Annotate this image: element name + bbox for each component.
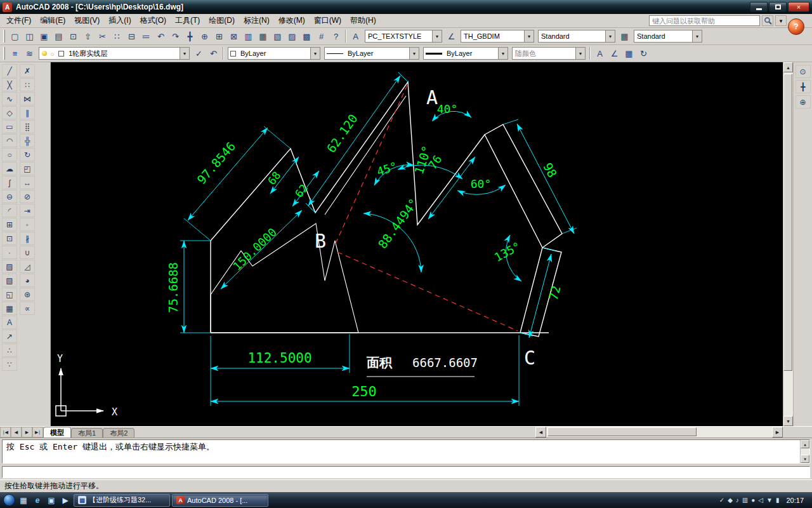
menu-item-8[interactable]: 修改(M) xyxy=(274,13,310,28)
copy-object-icon[interactable]: ∷ xyxy=(20,78,35,91)
vertex-label-a[interactable]: A xyxy=(426,86,438,109)
redo-icon[interactable]: ↷ xyxy=(168,29,183,43)
layer-states-manager-icon[interactable]: ≋ xyxy=(22,46,37,60)
lineweight-combo[interactable]: ByLayer ▾ xyxy=(423,47,508,60)
file-explorer-icon[interactable]: ▣ xyxy=(45,494,58,507)
stretch-icon[interactable]: ↔ xyxy=(20,176,35,189)
gradient-icon[interactable]: ▧ xyxy=(2,274,17,287)
zoom-realtime-icon[interactable]: ⊕ xyxy=(197,29,212,43)
match-properties-icon[interactable]: ≔ xyxy=(139,29,154,43)
scroll-down-icon[interactable]: ▼ xyxy=(801,455,809,463)
dim-text-62[interactable]: 62 xyxy=(292,182,310,199)
menu-item-4[interactable]: 格式(O) xyxy=(136,13,171,28)
chevron-down-icon[interactable]: ▾ xyxy=(409,48,419,59)
horizontal-scrollbar[interactable]: ◀ ▶ xyxy=(535,427,783,438)
table-style-manager-icon[interactable]: ▦ xyxy=(617,29,632,43)
table-style-quick-icon[interactable]: ▦ xyxy=(622,46,636,60)
vertex-label-c[interactable]: C xyxy=(524,347,535,369)
sheet-set-manager-icon[interactable]: ▨ xyxy=(285,29,299,43)
rotate-icon[interactable]: ↻ xyxy=(20,148,35,161)
scroll-down-icon[interactable]: ▼ xyxy=(783,416,793,426)
dim-text-68[interactable]: 68 xyxy=(265,169,283,187)
markup-set-manager-icon[interactable]: ▩ xyxy=(299,29,314,43)
dim-text-45deg[interactable]: 45° xyxy=(375,159,398,178)
restore-button[interactable] xyxy=(769,2,787,12)
text-style-manager-icon[interactable]: A xyxy=(348,29,363,43)
dim-text-98[interactable]: 98 xyxy=(540,160,560,180)
lengthen-icon[interactable]: ∝ xyxy=(20,302,35,315)
undo-icon[interactable]: ↶ xyxy=(154,29,168,43)
media-player-icon[interactable]: ▶ xyxy=(59,494,72,507)
chevron-down-icon[interactable]: ▾ xyxy=(575,48,585,59)
dim-text-112[interactable]: 112.5000 xyxy=(247,351,311,366)
polyline-icon[interactable]: ∿ xyxy=(2,92,17,105)
hatched-region[interactable] xyxy=(211,224,358,333)
region-icon[interactable]: ◱ xyxy=(2,288,17,301)
line-icon[interactable]: ╱ xyxy=(2,64,17,77)
quickcalc-icon[interactable]: # xyxy=(314,29,329,43)
revision-cloud-icon[interactable]: ☁ xyxy=(2,162,17,175)
insert-block-icon[interactable]: ⊞ xyxy=(2,218,17,231)
dim-text-40deg[interactable]: 40° xyxy=(437,102,458,116)
layer-thaw-icon[interactable]: ☼ xyxy=(49,50,55,57)
scroll-up-icon[interactable]: ▲ xyxy=(783,62,793,72)
chevron-down-icon[interactable]: ▾ xyxy=(310,48,320,59)
layer-on-icon[interactable] xyxy=(42,51,47,56)
tab-model[interactable]: 模型 xyxy=(43,427,71,438)
fillet-icon[interactable]: ◕ xyxy=(20,274,35,287)
communication-center-icon[interactable]: ? xyxy=(788,18,804,35)
layer-combo[interactable]: ☼ 1轮廓实线层 ▾ xyxy=(39,47,190,60)
plot-icon[interactable]: ▤ xyxy=(51,29,66,43)
properties-icon[interactable]: ▥ xyxy=(241,29,256,43)
start-button[interactable] xyxy=(3,494,15,506)
dim-text-150[interactable]: 150.0000 xyxy=(230,225,279,273)
qnew-icon[interactable]: ▢ xyxy=(8,29,22,43)
explode-icon[interactable]: ⊛ xyxy=(20,288,35,301)
tray-security-icon[interactable]: ● xyxy=(751,497,755,504)
help-icon[interactable]: ? xyxy=(329,29,343,43)
menu-item-0[interactable]: 文件(F) xyxy=(2,13,36,28)
toolbar-grip[interactable] xyxy=(3,47,5,60)
linetype-combo[interactable]: ByLayer ▾ xyxy=(324,47,419,60)
dim-text-135deg[interactable]: 135° xyxy=(492,239,523,264)
hatch-icon[interactable]: ▨ xyxy=(2,260,17,273)
mirror-icon[interactable]: ⋈ xyxy=(20,92,35,105)
chevron-down-icon[interactable]: ▾ xyxy=(524,30,534,42)
last-tab-button[interactable]: ▶∣ xyxy=(32,427,43,438)
move-icon[interactable]: ╬ xyxy=(20,134,35,147)
trim-icon[interactable]: ⊘ xyxy=(20,190,35,203)
offset-icon[interactable]: ∥ xyxy=(20,106,35,119)
menu-item-6[interactable]: 绘图(D) xyxy=(204,13,239,28)
save-icon[interactable]: ▣ xyxy=(37,29,51,43)
tab-layout2[interactable]: 布局2 xyxy=(103,428,134,438)
construction-line-icon[interactable]: ╳ xyxy=(2,78,17,91)
cut-icon[interactable]: ✂ xyxy=(95,29,110,43)
text-style-quick-icon[interactable]: A xyxy=(593,46,607,60)
first-tab-button[interactable]: ∣◀ xyxy=(0,427,11,438)
dim-style-combo[interactable]: TH_GBDIM ▾ xyxy=(461,30,534,43)
vertical-scroll-track[interactable] xyxy=(783,72,793,416)
menu-item-7[interactable]: 标注(N) xyxy=(239,13,274,28)
scroll-right-icon[interactable]: ▶ xyxy=(772,427,783,438)
open-icon[interactable]: ◫ xyxy=(22,29,37,43)
task-exercise-doc[interactable]: ▤ 【进阶级练习题32... xyxy=(74,494,170,507)
command-scrollbar[interactable]: ▲ ▼ xyxy=(800,440,809,463)
tool-palettes-icon[interactable]: ▧ xyxy=(270,29,285,43)
vertical-scrollbar[interactable]: ▲ ▼ xyxy=(783,62,793,426)
table-style-combo[interactable]: Standard ▾ xyxy=(538,30,615,43)
make-block-icon[interactable]: ⊡ xyxy=(2,232,17,245)
drawing-canvas[interactable]: 97.8546 62.120 68 62 40° 110° 45° 76 60°… xyxy=(51,62,783,426)
menu-item-2[interactable]: 视图(V) xyxy=(70,13,104,28)
ellipse-arc-icon[interactable]: ◜ xyxy=(2,204,17,217)
ray-icon[interactable]: ↗ xyxy=(2,330,17,343)
tab-layout1[interactable]: 布局1 xyxy=(71,428,103,438)
menu-item-10[interactable]: 帮助(H) xyxy=(346,13,381,28)
tray-chat-icon[interactable]: ◆ xyxy=(728,497,733,504)
chevron-down-icon[interactable]: ▾ xyxy=(498,48,508,59)
horizontal-scroll-thumb[interactable] xyxy=(547,427,697,436)
text-style-combo[interactable]: PC_TEXTSTYLE ▾ xyxy=(365,30,442,43)
pan-view-icon[interactable]: ╋ xyxy=(796,80,811,93)
internet-explorer-icon[interactable]: e xyxy=(31,494,44,507)
command-history[interactable]: 按 Esc 或 Enter 键退出，或单击右键显示快捷菜单。 ▲ ▼ xyxy=(2,439,810,464)
vertical-scroll-thumb[interactable] xyxy=(783,74,792,371)
